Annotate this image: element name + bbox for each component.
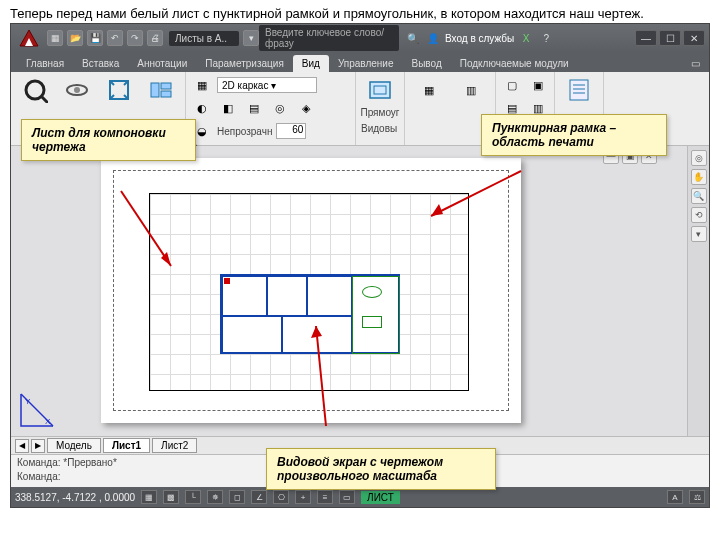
workarea: — ▣ ✕	[11, 146, 709, 436]
rbtn-a[interactable]: ▢	[501, 75, 523, 95]
callout-arrow-viewport	[286, 316, 366, 436]
status-scale-icon[interactable]: ⚖	[689, 490, 705, 504]
views-group-label: Видовы	[361, 123, 397, 134]
svg-marker-24	[311, 326, 322, 338]
tab-plugins[interactable]: Подключаемые модули	[451, 55, 578, 72]
qat-save-icon[interactable]: 💾	[87, 30, 103, 46]
wcs-icon: Y X	[17, 390, 57, 430]
qat-print-icon[interactable]: 🖨	[147, 30, 163, 46]
status-otrack-icon[interactable]: ∠	[251, 490, 267, 504]
vs-btn-4[interactable]: ◎	[269, 98, 291, 118]
quick-access-toolbar: ▦ 📂 💾 ↶ ↷ 🖨	[47, 30, 163, 46]
svg-rect-7	[151, 83, 159, 97]
minimize-button[interactable]: —	[635, 30, 657, 46]
pan-button[interactable]	[16, 75, 54, 123]
visual-style-value: 2D каркас	[222, 80, 268, 91]
pan-icon	[20, 75, 50, 105]
status-space-label[interactable]: ЛИСТ	[361, 491, 400, 504]
svg-text:Y: Y	[25, 397, 31, 406]
svg-line-19	[121, 191, 171, 266]
nav-pan-icon[interactable]: ✋	[691, 169, 707, 185]
svg-line-21	[431, 171, 521, 216]
tab-output[interactable]: Вывод	[403, 55, 451, 72]
callout-sheet: Лист для компоновки чертежа	[21, 119, 196, 161]
visual-style-combo[interactable]: 2D каркас▾	[217, 77, 317, 93]
nav-orbit-icon[interactable]: ⟲	[691, 207, 707, 223]
tab-parametric[interactable]: Параметризация	[196, 55, 293, 72]
tab-manage[interactable]: Управление	[329, 55, 403, 72]
rect-viewport-icon	[365, 75, 395, 105]
tab-model[interactable]: Модель	[47, 438, 101, 453]
qat-undo-icon[interactable]: ↶	[107, 30, 123, 46]
search-input[interactable]: Введите ключевое слово/фразу	[259, 25, 399, 51]
status-ducs-icon[interactable]: ⎔	[273, 490, 289, 504]
qat-redo-icon[interactable]: ↷	[127, 30, 143, 46]
callout-arrow-sheet	[71, 186, 191, 286]
extents-button[interactable]	[100, 75, 138, 123]
svg-point-5	[74, 87, 80, 93]
svg-rect-10	[370, 82, 390, 98]
ribbon-tabs: Главная Вставка Аннотации Параметризация…	[11, 52, 709, 72]
svg-line-3	[42, 97, 48, 103]
svg-marker-22	[431, 204, 443, 216]
orbit-button[interactable]	[58, 75, 96, 123]
signin-label[interactable]: Вход в службы	[445, 33, 514, 44]
qat-new-icon[interactable]: ▦	[47, 30, 63, 46]
svg-rect-9	[161, 91, 171, 97]
page-caption: Теперь перед нами белый лист с пунктирно…	[0, 0, 720, 23]
rect-viewport-button[interactable]: Прямоуг	[361, 75, 399, 123]
svg-rect-8	[161, 83, 171, 89]
app-logo[interactable]	[15, 26, 43, 50]
extents-icon	[104, 75, 134, 105]
qat-open-icon[interactable]: 📂	[67, 30, 83, 46]
tab-view[interactable]: Вид	[293, 55, 329, 72]
status-dyn-icon[interactable]: +	[295, 490, 311, 504]
callout-dashed: Пунктирная рамка – область печати	[481, 114, 667, 156]
opacity-value[interactable]: 60	[276, 123, 306, 139]
status-ortho-icon[interactable]: └	[185, 490, 201, 504]
tab-expand-icon[interactable]: ▭	[682, 55, 709, 72]
orbit-icon	[62, 75, 92, 105]
title-dropdown-icon[interactable]: ▾	[243, 30, 259, 46]
search-icon[interactable]: 🔍	[405, 30, 421, 46]
status-qp-icon[interactable]: ▭	[339, 490, 355, 504]
svg-line-23	[316, 326, 326, 426]
status-bar: 338.5127, -4.7122 , 0.0000 ▦ ▩ └ ✵ ◻ ∠ ⎔…	[11, 487, 709, 507]
callout-arrow-dashed	[421, 166, 541, 226]
tab-sheet2[interactable]: Лист2	[152, 438, 197, 453]
navigation-bar: ◎ ✋ 🔍 ⟲ ▾	[687, 146, 709, 436]
views-button[interactable]	[142, 75, 180, 123]
status-osnap-icon[interactable]: ◻	[229, 490, 245, 504]
vs-btn-2[interactable]: ◧	[217, 98, 239, 118]
vs-btn-5[interactable]: ◈	[295, 98, 317, 118]
named-views-button[interactable]: ▦	[410, 75, 448, 123]
nav-showmore-icon[interactable]: ▾	[691, 226, 707, 242]
palettes-icon: ▥	[456, 75, 486, 105]
status-lwt-icon[interactable]: ≡	[317, 490, 333, 504]
help-icon[interactable]: ?	[538, 30, 554, 46]
titlebar: ▦ 📂 💾 ↶ ↷ 🖨 Листы в А.. ▾ Введите ключев…	[11, 24, 709, 52]
vs-btn-1[interactable]: ◐	[191, 98, 213, 118]
tab-insert[interactable]: Вставка	[73, 55, 128, 72]
tab-sheet1[interactable]: Лист1	[103, 438, 150, 453]
close-button[interactable]: ✕	[683, 30, 705, 46]
maximize-button[interactable]: ☐	[659, 30, 681, 46]
signin-icon[interactable]: 👤	[425, 30, 441, 46]
tab-annotate[interactable]: Аннотации	[128, 55, 196, 72]
layout-prev-icon[interactable]: ◀	[15, 439, 29, 453]
exchange-icon[interactable]: X	[518, 30, 534, 46]
layout-next-icon[interactable]: ▶	[31, 439, 45, 453]
status-snap-icon[interactable]: ▦	[141, 490, 157, 504]
nav-wheel-icon[interactable]: ◎	[691, 150, 707, 166]
rect-viewport-label: Прямоуг	[360, 107, 399, 118]
vs-btn-3[interactable]: ▤	[243, 98, 265, 118]
drawing-canvas[interactable]: — ▣ ✕	[11, 146, 687, 436]
rbtn-b[interactable]: ▣	[527, 75, 549, 95]
vs-icon-wire[interactable]: ▦	[191, 75, 213, 95]
status-anno-icon[interactable]: A	[667, 490, 683, 504]
autocad-window: ▦ 📂 💾 ↶ ↷ 🖨 Листы в А.. ▾ Введите ключев…	[10, 23, 710, 508]
status-polar-icon[interactable]: ✵	[207, 490, 223, 504]
tab-home[interactable]: Главная	[17, 55, 73, 72]
nav-zoom-icon[interactable]: 🔍	[691, 188, 707, 204]
status-grid-icon[interactable]: ▩	[163, 490, 179, 504]
